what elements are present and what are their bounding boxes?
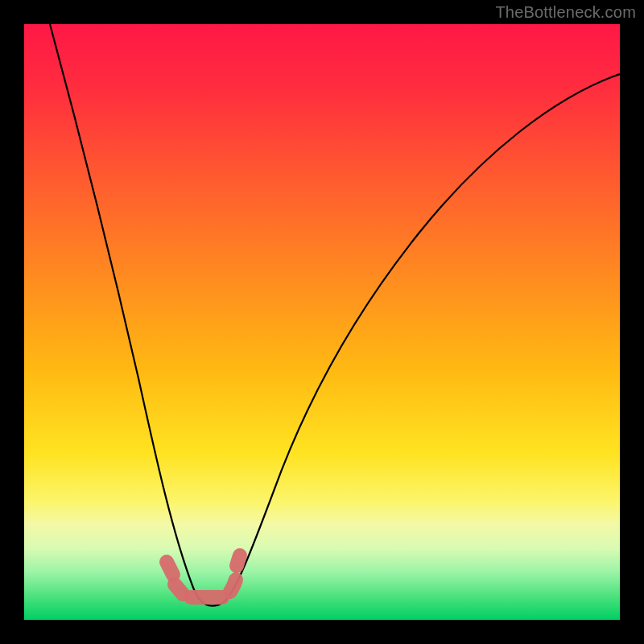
watermark-text: TheBottleneck.com <box>495 3 636 22</box>
plot-area <box>24 24 620 620</box>
chart-stage: TheBottleneck.com <box>0 0 644 644</box>
background-gradient <box>24 24 620 620</box>
gradient-rect <box>24 24 620 620</box>
